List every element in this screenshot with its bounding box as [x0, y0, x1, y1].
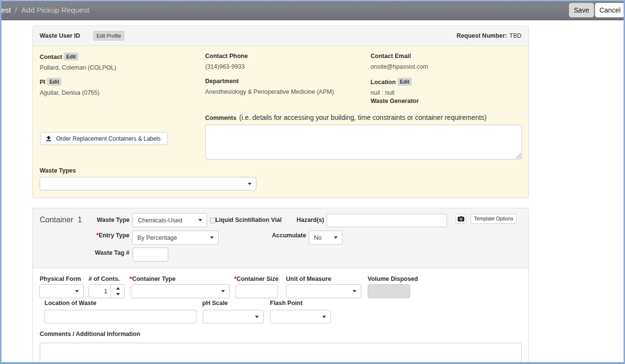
- comments-additional-label: Comments / Additional Information: [40, 331, 140, 337]
- location-of-waste-label: Location of Waste: [45, 300, 96, 306]
- comments-textarea[interactable]: [205, 125, 522, 160]
- breadcrumb-previous[interactable]: est: [1, 6, 11, 14]
- location-of-waste-input[interactable]: [44, 310, 196, 323]
- spin-up-icon[interactable]: [116, 287, 120, 290]
- template-options-button[interactable]: Template Options: [471, 214, 517, 224]
- edit-location-button[interactable]: Edit: [398, 78, 412, 86]
- department-label: Department: [205, 78, 334, 85]
- location-value: null : null: [371, 89, 419, 96]
- unit-of-measure-select[interactable]: [286, 284, 361, 298]
- chevron-down-icon: [75, 290, 79, 292]
- panel-title: Waste User ID: [40, 32, 80, 39]
- field-location: Location Edit null : null Waste Generato…: [371, 78, 419, 104]
- container-panel: Container1 Waste Type Chemicals-Used Liq…: [32, 208, 529, 364]
- edit-contact-button[interactable]: Edit: [64, 53, 78, 60]
- waste-user-panel-heading: Waste User ID Edit Profile Request Numbe…: [33, 26, 528, 46]
- contact-phone-label: Contact Phone: [205, 53, 248, 59]
- container-number: 1: [77, 216, 82, 224]
- pi-label: PI: [40, 79, 45, 86]
- order-replacement-button[interactable]: Order Replacement Containers & Labels: [40, 132, 168, 145]
- waste-types-label: Waste Types: [40, 167, 76, 174]
- num-conts-label: # of Conts.: [89, 276, 120, 282]
- contact-email-label: Contact Email: [371, 53, 428, 59]
- ph-scale-select[interactable]: [203, 310, 264, 323]
- chevron-down-icon: [198, 219, 202, 221]
- field-pi: PI Edit Aguilar, Denisa (0755): [40, 78, 100, 96]
- field-contact: Contact Edit Pollard, Coleman (COLPOL): [40, 53, 116, 71]
- request-number-value: TBD: [509, 32, 521, 39]
- entry-type-select[interactable]: By Percentage: [132, 231, 219, 245]
- entry-type-label: *Entry Type: [96, 233, 130, 239]
- contact-value: Pollard, Coleman (COLPOL): [40, 64, 116, 71]
- container-size-input[interactable]: [236, 284, 278, 298]
- accumulate-select[interactable]: No: [309, 231, 342, 245]
- edit-profile-button[interactable]: Edit Profile: [93, 31, 125, 41]
- chevron-down-icon: [221, 290, 225, 292]
- upload-icon: [45, 135, 52, 142]
- contact-phone-value: (314)963-9933: [205, 63, 248, 70]
- request-number-label: Request Number:: [457, 32, 507, 39]
- container-panel-heading: Container1 Waste Type Chemicals-Used Liq…: [33, 208, 528, 268]
- app-window: est/Add Pickup Request Save Cancel Waste…: [0, 0, 625, 364]
- breadcrumb-separator: /: [15, 6, 17, 14]
- contact-label: Contact: [40, 54, 62, 60]
- pi-value: Aguilar, Denisa (0755): [40, 89, 100, 96]
- chevron-down-icon: [248, 183, 252, 185]
- chevron-down-icon: [334, 236, 338, 239]
- waste-tag-label: Waste Tag #: [95, 250, 130, 256]
- waste-type-label: Waste Type: [97, 217, 130, 223]
- comments-additional-textarea[interactable]: [40, 343, 521, 364]
- container-type-label: *Container Type: [130, 276, 176, 282]
- container-title: Container1: [40, 216, 82, 224]
- hazards-input[interactable]: [327, 214, 447, 227]
- flash-point-select[interactable]: [270, 310, 331, 323]
- spinner-arrows[interactable]: [111, 285, 125, 298]
- container-size-label: *Container Size: [234, 276, 279, 282]
- liquid-scintillation-vial-label: Liquid Scintillation Vial: [215, 217, 282, 223]
- save-button[interactable]: Save: [569, 3, 594, 17]
- top-bar: est/Add Pickup Request Save Cancel: [0, 0, 625, 20]
- camera-icon: [458, 216, 464, 222]
- contact-email-value: onsite@hpassist.com: [371, 63, 428, 70]
- unit-of-measure-label: Unit of Measure: [286, 276, 331, 282]
- location-extra: Waste Generator: [371, 98, 419, 104]
- waste-tag-input[interactable]: [133, 248, 168, 262]
- num-conts-spinner[interactable]: 1: [89, 284, 125, 298]
- accumulate-label: Accumulate: [272, 233, 306, 239]
- camera-button[interactable]: [456, 214, 466, 224]
- physical-form-select[interactable]: [39, 284, 84, 298]
- spin-down-icon[interactable]: [116, 293, 120, 295]
- field-contact-email: Contact Email onsite@hpassist.com: [371, 53, 428, 70]
- waste-user-panel: Waste User ID Edit Profile Request Numbe…: [32, 26, 529, 198]
- chevron-down-icon: [255, 316, 259, 318]
- comments-label: Comments(i.e. details for accessing your…: [205, 114, 487, 121]
- container-type-select[interactable]: [131, 284, 230, 298]
- breadcrumb-current: Add Pickup Request: [21, 6, 89, 14]
- physical-form-label: Physical Form: [40, 276, 81, 282]
- waste-types-select[interactable]: [40, 177, 256, 190]
- ph-scale-label: pH Scale: [202, 300, 228, 306]
- chevron-down-icon: [210, 236, 214, 239]
- window-border-bottom: [0, 362, 625, 364]
- chevron-down-icon: [353, 290, 357, 292]
- flash-point-label: Flash Point: [270, 300, 302, 306]
- volume-disposed-label: Volume Disposed: [368, 276, 418, 282]
- window-border-left: [0, 0, 1, 364]
- location-label: Location: [371, 79, 396, 86]
- department-value: Anesthesiology & Perioperative Medicine …: [205, 88, 334, 95]
- cancel-button[interactable]: Cancel: [595, 3, 625, 17]
- resize-grip-icon[interactable]: [516, 153, 521, 159]
- hazards-label: Hazard(s): [297, 217, 324, 223]
- waste-type-select[interactable]: Chemicals-Used: [133, 213, 207, 227]
- volume-disposed-input: [368, 284, 410, 298]
- edit-pi-button[interactable]: Edit: [47, 78, 61, 86]
- chevron-down-icon: [322, 316, 326, 318]
- breadcrumb: est/Add Pickup Request: [1, 6, 89, 15]
- window-border-top: [0, 0, 625, 1]
- field-contact-phone: Contact Phone (314)963-9933: [205, 53, 248, 70]
- field-department: Department Anesthesiology & Perioperativ…: [205, 78, 334, 95]
